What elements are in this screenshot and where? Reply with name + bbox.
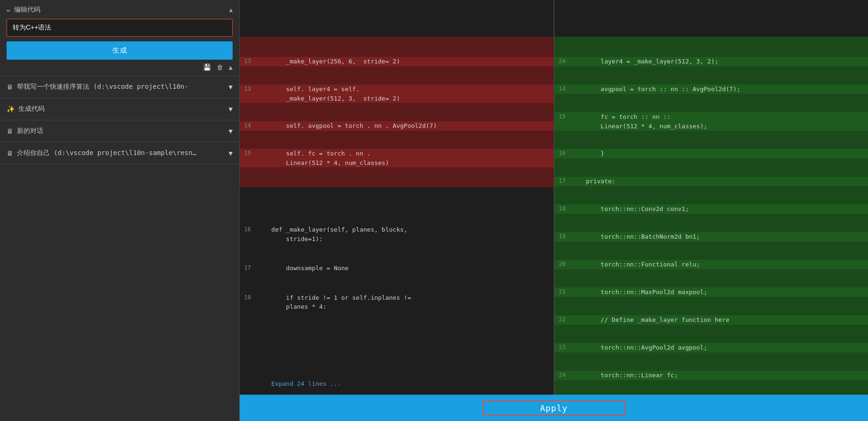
sparkle-icon: ✨ [7,105,15,113]
chevron-down-icon-3: ▼ [229,127,233,135]
code-line-normal-18: 18 if stride != 1 or self.inplanes != pl… [240,292,554,312]
code-line-add-7: 19 torch::nn::BatchNorm2d bn1; [555,232,868,242]
code-line-add-3: 15 fc = torch :: nn :: Linear(512 * 4, n… [555,112,868,131]
code-line-del-4: 15 self. fc = torch . nn . Linear(512 * … [240,149,554,167]
code-empty-space [240,331,554,359]
sidebar: ✏️ 编辑代码 ▲ 生成 💾 🗑 ▲ 🖥 帮我写一个快速排序算法 (d:\vsc… [0,0,240,421]
code-line-add-12: 24 torch::nn::Linear fc; [555,371,868,380]
code-line-normal-16: 16 def _make_layer(self, planes, blocks,… [240,224,554,244]
chevron-down-icon-1: ▼ [229,83,233,91]
move-up-icon[interactable]: ▲ [229,63,233,71]
toolbar-icons: 💾 🗑 ▲ [7,63,233,71]
code-block-left: 13 _make_layer(256, 6, stride= 2) 13 sel… [240,0,554,395]
sidebar-item-generate[interactable]: ✨ 生成代码 ▼ [0,98,239,120]
code-line-add-9: 21 torch::nn::MaxPool2d maxpool; [555,288,868,297]
code-line-add-6: 18 torch::nn::Conv2d conv1; [555,204,868,214]
code-area: 13 _make_layer(256, 6, stride= 2) 13 sel… [240,0,868,421]
monitor-icon-3: 🖥 [7,149,13,157]
code-panel-left: 13 _make_layer(256, 6, stride= 2) 13 sel… [240,0,554,395]
code-line-del-2: 13 self. layer4 = self. _make_layer(512,… [240,85,554,103]
code-line-del-1: 13 _make_layer(256, 6, stride= 2) [240,57,554,66]
code-line-add-4: 16 } [555,149,868,158]
sidebar-item-label-4: 介绍你自己 (d:\vscode project\l10n-sample\res… [17,149,200,157]
edit-icon: ✏️ [7,6,10,14]
code-line-add-1: 24 layer4 = _make_layer(512, 3, 2); [555,57,868,66]
code-line-add-10: 22 // Define _make_layer function here [555,315,868,325]
apply-bar[interactable]: Apply [240,395,868,421]
chevron-down-icon-2: ▼ [229,105,233,113]
save-icon[interactable]: 💾 [203,63,211,71]
chevron-down-icon-4: ▼ [229,149,233,157]
sidebar-item-label-3: 新的对话 [17,127,43,135]
code-panels: 13 _make_layer(256, 6, stride= 2) 13 sel… [240,0,868,395]
sidebar-item-introduce[interactable]: 🖥 介绍你自己 (d:\vscode project\l10n-sample\r… [0,142,239,164]
monitor-icon-1: 🖥 [7,83,13,91]
edit-code-header: ✏️ 编辑代码 ▲ [7,6,233,14]
sidebar-item-label-2: 生成代码 [18,105,45,113]
diff-deleted-section: 13 _make_layer(256, 6, stride= 2) 13 sel… [240,37,554,187]
code-line-add-8: 20 torch::nn::Functional relu; [555,260,868,269]
delete-icon[interactable]: 🗑 [217,63,223,71]
expand-lines[interactable]: Expand 24 lines ... [240,377,554,390]
edit-title-label: 编辑代码 [14,6,40,14]
collapse-arrow-icon[interactable]: ▲ [229,7,233,13]
diff-added-section: 24 layer4 = _make_layer(512, 3, 2); 14 a… [555,37,868,395]
code-line-normal-17: 17 downsample = None [240,263,554,274]
sidebar-item-sort[interactable]: 🖥 帮我写一个快速排序算法 (d:\vscode project\l10n- ▼ [0,76,239,98]
code-block-right: 24 layer4 = _make_layer(512, 3, 2); 14 a… [555,0,868,395]
code-line-add-5: 17 private: [555,177,868,186]
edit-code-section: ✏️ 编辑代码 ▲ 生成 💾 🗑 ▲ [0,0,239,76]
code-line-add-11: 23 torch::nn::AvgPool2d avgpool; [555,343,868,352]
sidebar-item-new-chat[interactable]: 🖥 新的对话 ▼ [0,120,239,142]
code-panel-right: 24 layer4 = _make_layer(512, 3, 2); 14 a… [554,0,868,395]
generate-button[interactable]: 生成 [7,41,233,60]
monitor-icon-2: 🖥 [7,127,13,135]
code-line-del-3: 14 self. avgpool = torch . nn . AvgPool2… [240,121,554,131]
apply-button-label[interactable]: Apply [483,400,625,416]
code-line-add-2: 14 avgpool = torch :: nn :: AvgPool2d(7)… [555,85,868,94]
edit-code-title: ✏️ 编辑代码 [7,6,40,14]
instruction-input[interactable] [7,19,233,37]
sidebar-item-label-1: 帮我写一个快速排序算法 (d:\vscode project\l10n- [17,83,188,91]
